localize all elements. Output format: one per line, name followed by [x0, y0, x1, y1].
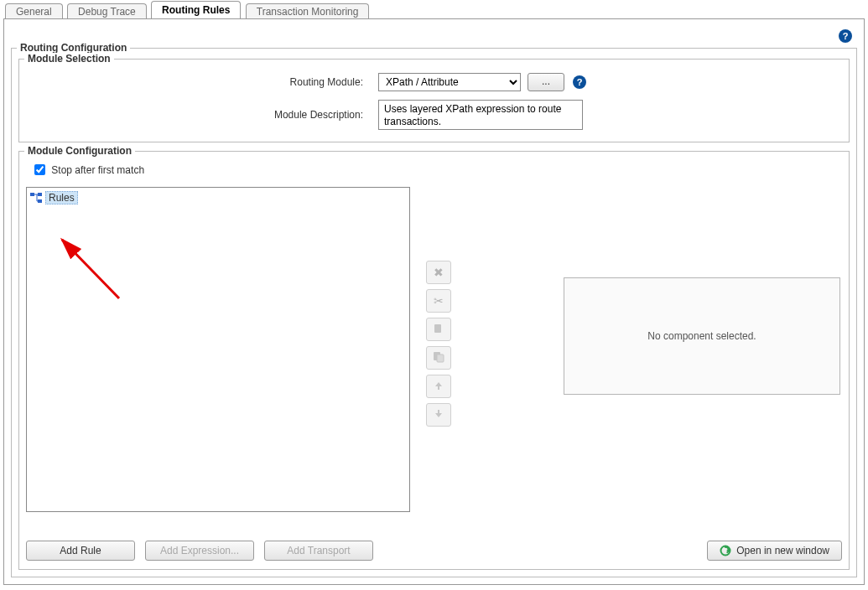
tree-root-label: Rules	[45, 191, 78, 204]
bottom-button-row: Add Rule Add Expression... Add Transport	[26, 541, 842, 561]
legend-module-selection: Module Selection	[24, 53, 114, 65]
add-expression-button[interactable]: Add Expression...	[145, 541, 254, 561]
module-description-text: Uses layered XPath expression to route t…	[378, 100, 583, 130]
paste-button[interactable]	[426, 346, 451, 370]
arrow-up-icon	[434, 380, 444, 393]
row-stop-after-first-match: Stop after first match	[31, 162, 842, 178]
fieldset-routing-configuration: Routing Configuration Module Selection R…	[11, 48, 857, 577]
delete-button[interactable]: ✖	[426, 261, 451, 284]
svg-rect-6	[437, 355, 444, 362]
help-icon[interactable]: ?	[839, 29, 852, 43]
open-new-window-icon	[720, 545, 731, 556]
routing-module-browse-button[interactable]: ...	[528, 73, 564, 91]
label-module-description: Module Description:	[26, 109, 378, 121]
move-up-button[interactable]	[426, 375, 451, 398]
copy-icon	[433, 323, 444, 337]
add-transport-label: Add Transport	[287, 545, 350, 556]
tree-toolbar: ✖ ✂	[426, 261, 455, 427]
stop-after-first-match-checkbox[interactable]	[34, 164, 45, 175]
arrow-down-icon	[434, 408, 444, 422]
tab-strip: General Debug Trace Routing Rules Transa…	[0, 0, 868, 18]
close-x-icon: ✖	[434, 266, 444, 279]
component-details-panel: No component selected.	[564, 277, 840, 395]
row-module-description: Module Description: Uses layered XPath e…	[26, 100, 842, 130]
add-transport-button[interactable]: Add Transport	[264, 541, 373, 561]
svg-rect-1	[38, 193, 42, 196]
open-in-new-window-label: Open in new window	[736, 545, 829, 556]
no-component-selected-label: No component selected.	[647, 330, 756, 342]
svg-rect-2	[38, 199, 42, 203]
routing-module-select[interactable]: XPath / Attribute	[378, 73, 521, 91]
fieldset-module-selection: Module Selection Routing Module: XPath /…	[18, 59, 850, 142]
tree-root-node[interactable]: Rules	[30, 191, 406, 204]
rules-tree-panel[interactable]: Rules	[26, 187, 410, 512]
legend-routing-configuration: Routing Configuration	[17, 42, 130, 54]
svg-line-3	[62, 240, 119, 298]
fieldset-module-configuration: Module Configuration Stop after first ma…	[18, 151, 850, 570]
add-rule-label: Add Rule	[60, 545, 101, 556]
legend-module-configuration: Module Configuration	[24, 145, 135, 157]
svg-rect-4	[434, 324, 441, 333]
tab-routing-rules[interactable]: Routing Rules	[151, 1, 241, 18]
tab-body: ? Routing Configuration Module Selection…	[3, 18, 865, 585]
scissors-icon: ✂	[434, 294, 444, 308]
add-rule-button[interactable]: Add Rule	[26, 541, 135, 561]
cut-button[interactable]: ✂	[426, 289, 451, 313]
tree-branch-icon	[30, 193, 42, 203]
app-root: General Debug Trace Routing Rules Transa…	[0, 0, 868, 590]
open-in-new-window-button[interactable]: Open in new window	[707, 541, 842, 561]
help-icon-routing-module[interactable]: ?	[573, 75, 586, 89]
tab-debug-trace[interactable]: Debug Trace	[67, 3, 147, 19]
tab-transaction-monitoring[interactable]: Transaction Monitoring	[246, 3, 370, 19]
stop-after-first-match-label: Stop after first match	[51, 164, 144, 176]
tab-general[interactable]: General	[5, 3, 63, 19]
add-expression-label: Add Expression...	[160, 545, 239, 556]
label-routing-module: Routing Module:	[26, 76, 378, 88]
copy-button[interactable]	[426, 318, 451, 341]
svg-rect-0	[30, 193, 34, 196]
move-down-button[interactable]	[426, 403, 451, 427]
row-routing-module: Routing Module: XPath / Attribute ... ?	[26, 73, 842, 91]
annotation-arrow	[54, 233, 129, 308]
paste-icon	[433, 351, 444, 365]
